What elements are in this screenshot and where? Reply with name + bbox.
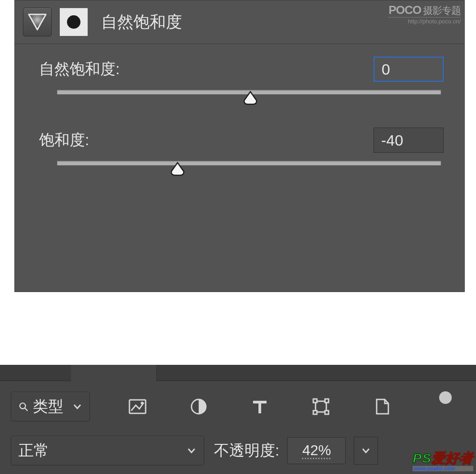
vibrance-label: 自然饱和度: [39, 59, 120, 80]
svg-rect-8 [258, 401, 261, 413]
psahz-watermark: PS爱好者 www.psahz.com [413, 452, 473, 471]
saturation-value-input[interactable] [374, 128, 444, 153]
search-icon [18, 402, 28, 412]
vibrance-slider-group: 自然饱和度: [39, 57, 444, 108]
filter-toggle-switch[interactable] [439, 391, 452, 404]
filter-kind-label: 类型 [33, 396, 63, 417]
saturation-label: 饱和度: [39, 130, 89, 151]
filter-kind-select[interactable]: 类型 [11, 392, 90, 421]
tab-rest [157, 365, 476, 381]
svg-rect-12 [313, 411, 317, 414]
filter-type-icons [107, 396, 413, 417]
chevron-down-icon [72, 402, 82, 412]
opacity-value[interactable]: 42% [287, 437, 346, 464]
svg-rect-13 [325, 411, 329, 414]
vibrance-panel-body: 自然饱和度: 饱和度: [15, 44, 464, 292]
svg-marker-1 [29, 14, 46, 30]
vibrance-slider[interactable] [39, 90, 444, 108]
vibrance-value-input[interactable] [374, 57, 444, 82]
layers-panel: 类型 正常 [0, 365, 476, 474]
filter-type-text-icon[interactable] [249, 396, 270, 417]
svg-rect-11 [325, 399, 329, 403]
chevron-down-icon [361, 446, 370, 455]
vibrance-triangle-icon [27, 12, 48, 32]
blend-mode-select[interactable]: 正常 [11, 436, 204, 465]
adjustment-preset-button[interactable] [23, 8, 52, 36]
vibrance-panel-header: 自然饱和度 POCO摄影专题 http://photo.poco.cn/ [15, 0, 464, 44]
active-tab[interactable] [71, 365, 157, 381]
saturation-slider[interactable] [39, 161, 444, 179]
tab-spacer [0, 365, 71, 381]
mask-center-dot [67, 15, 80, 29]
blend-mode-value: 正常 [18, 440, 49, 461]
saturation-slider-group: 饱和度: [39, 128, 444, 179]
svg-rect-10 [313, 399, 317, 403]
panel-title: 自然饱和度 [101, 11, 182, 33]
svg-point-5 [141, 402, 143, 404]
filter-shape-icon[interactable] [311, 396, 331, 417]
tab-strip [0, 365, 476, 381]
vibrance-panel: 自然饱和度 POCO摄影专题 http://photo.poco.cn/ 自然饱… [14, 0, 465, 292]
opacity-flyout-button[interactable] [354, 437, 378, 465]
filter-pixel-icon[interactable] [127, 396, 148, 417]
poco-watermark: POCO摄影专题 http://photo.poco.cn/ [388, 4, 461, 25]
filter-smartobject-icon[interactable] [372, 396, 392, 417]
saturation-slider-track [57, 161, 441, 165]
svg-line-3 [25, 408, 27, 411]
svg-point-2 [20, 403, 26, 409]
layer-filter-row: 类型 [0, 381, 476, 432]
layer-mask-thumbnail[interactable] [60, 8, 88, 36]
chevron-down-icon [187, 446, 196, 456]
blend-row: 正常 不透明度: 42% [0, 432, 476, 474]
filter-adjustment-icon[interactable] [188, 396, 209, 417]
opacity-label: 不透明度: [214, 440, 279, 461]
